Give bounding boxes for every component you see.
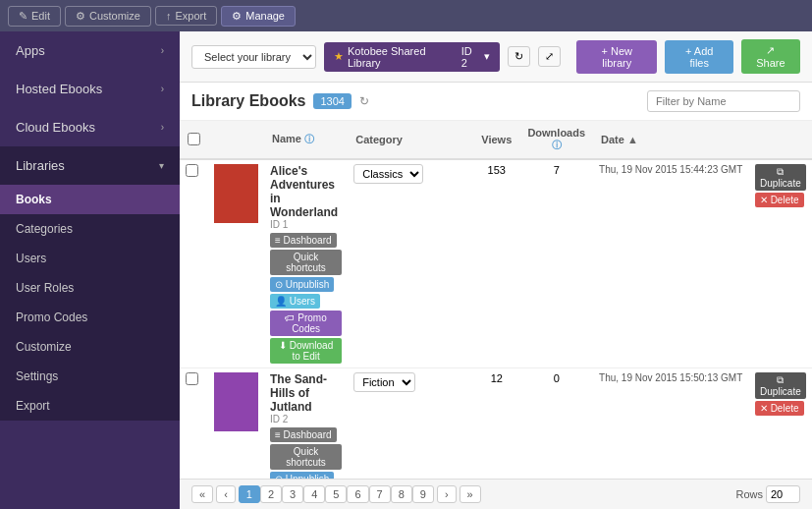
manage-label: Manage	[245, 10, 285, 22]
col-views: Views	[473, 121, 519, 159]
manage-button[interactable]: ⚙ Manage	[221, 6, 296, 27]
pagination-page-3-button[interactable]: 3	[282, 485, 303, 503]
pagination-page-5-button[interactable]: 5	[325, 485, 347, 503]
main-layout: Apps › Hosted Ebooks › Cloud Ebooks › Li…	[0, 31, 812, 509]
sidebar-sub-item-users[interactable]: Users	[0, 244, 180, 273]
date-value: Thu, 19 Nov 2015 15:50:13 GMT	[593, 368, 749, 480]
apps-label: Apps	[16, 43, 45, 58]
category-select[interactable]: Classics	[353, 164, 423, 184]
share-label: Share	[756, 57, 785, 69]
duplicate-button[interactable]: ⧉ Duplicate	[755, 372, 806, 399]
add-files-button[interactable]: + Add files	[665, 40, 732, 74]
sort-arrow-icon: ▲	[627, 134, 638, 145]
dashboard-button[interactable]: ≡ Dashboard	[270, 427, 337, 442]
filter-input[interactable]	[647, 90, 800, 112]
sidebar-sub-item-categories[interactable]: Categories	[0, 214, 180, 244]
book-info: Alice's Adventures in Wonderland ID 1 ≡ …	[270, 164, 342, 364]
pagination-last-button[interactable]: »	[460, 485, 481, 503]
book-id: ID 1	[270, 219, 342, 230]
unpublish-button[interactable]: ⊙ Unpublish	[270, 472, 334, 479]
share-icon: ↗	[766, 44, 775, 56]
library-badge: ★ Kotobee Shared Library ID 2 ▾	[324, 42, 500, 72]
chevron-right-icon: ›	[161, 84, 164, 94]
library-id: ID 2	[461, 45, 480, 69]
delete-button[interactable]: ✕ Delete	[755, 193, 804, 207]
sidebar-item-hosted-ebooks[interactable]: Hosted Ebooks ›	[0, 70, 180, 108]
book-cover	[214, 164, 258, 223]
select-library-dropdown[interactable]: Select your library	[191, 45, 316, 69]
row-checkbox[interactable]	[186, 164, 198, 177]
rows-per-page-input[interactable]	[766, 485, 800, 503]
sidebar-item-libraries[interactable]: Libraries ▾	[0, 146, 180, 185]
sidebar-item-cloud-ebooks[interactable]: Cloud Ebooks ›	[0, 108, 180, 146]
sidebar: Apps › Hosted Ebooks › Cloud Ebooks › Li…	[0, 31, 180, 509]
pagination-bar: « ‹ 123456789 › » Rows	[180, 479, 812, 509]
refresh-count-icon[interactable]: ↻	[359, 94, 369, 108]
downloads-value: 0	[519, 368, 593, 480]
dashboard-button[interactable]: ≡ Dashboard	[270, 233, 337, 248]
delete-button[interactable]: ✕ Delete	[755, 401, 804, 416]
col-downloads: Downloads ⓘ	[519, 121, 593, 159]
chevron-right-icon: ›	[161, 122, 164, 133]
sidebar-sub-item-books[interactable]: Books	[0, 185, 180, 214]
promo-codes-button[interactable]: 🏷 Promo Codes	[270, 311, 342, 336]
quick-shortcuts-button[interactable]: Quick shortcuts	[270, 444, 342, 470]
manage-icon: ⚙	[232, 10, 242, 23]
export-label: Export	[175, 10, 206, 22]
info-icon: ⓘ	[304, 134, 314, 144]
cloud-ebooks-label: Cloud Ebooks	[16, 120, 95, 135]
col-actions	[749, 121, 812, 159]
sidebar-sub-item-customize[interactable]: Customize	[0, 332, 180, 362]
book-title: Alice's Adventures in Wonderland	[270, 164, 342, 219]
chevron-down-icon: ▾	[159, 160, 164, 171]
library-name: Kotobee Shared Library	[348, 45, 458, 69]
select-all-checkbox[interactable]	[188, 133, 200, 145]
pagination-page-9-button[interactable]: 9	[412, 485, 434, 503]
refresh-button[interactable]: ↻	[508, 46, 530, 67]
external-link-button[interactable]: ⤢	[538, 46, 561, 67]
views-value: 12	[473, 368, 519, 480]
pagination-page-2-button[interactable]: 2	[260, 485, 282, 503]
rows-label: Rows	[735, 488, 763, 500]
duplicate-button[interactable]: ⧉ Duplicate	[755, 164, 806, 191]
pagination-first-button[interactable]: «	[191, 485, 213, 503]
users-button[interactable]: 👤 Users	[270, 294, 320, 309]
export-button[interactable]: ↑ Export	[155, 6, 217, 26]
edit-icon: ✎	[19, 10, 27, 23]
unpublish-button[interactable]: ⊙ Unpublish	[270, 277, 334, 292]
pagination-page-1-button[interactable]: 1	[239, 485, 260, 503]
date-value: Thu, 19 Nov 2015 15:44:23 GMT	[593, 159, 749, 368]
sidebar-item-apps[interactable]: Apps ›	[0, 31, 180, 70]
edit-button[interactable]: ✎ Edit	[8, 6, 61, 27]
row-checkbox[interactable]	[186, 372, 198, 385]
pagination-page-4-button[interactable]: 4	[303, 485, 325, 503]
views-value: 153	[473, 159, 519, 368]
book-id: ID 2	[270, 414, 342, 424]
sidebar-sub-item-settings[interactable]: Settings	[0, 362, 180, 391]
pagination-page-8-button[interactable]: 8	[391, 485, 412, 503]
hosted-ebooks-label: Hosted Ebooks	[16, 82, 102, 96]
col-name: Name ⓘ	[264, 121, 348, 159]
pagination-page-6-button[interactable]: 6	[347, 485, 368, 503]
downloads-value: 7	[519, 159, 593, 368]
quick-shortcuts-button[interactable]: Quick shortcuts	[270, 250, 342, 275]
category-select[interactable]: Fiction	[353, 372, 415, 392]
sidebar-sub-item-promo-codes[interactable]: Promo Codes	[0, 303, 180, 332]
table-row: Alice's Adventures in Wonderland ID 1 ≡ …	[180, 159, 812, 368]
sidebar-sub-item-export[interactable]: Export	[0, 391, 180, 421]
pagination-page-7-button[interactable]: 7	[369, 485, 391, 503]
table-row: The Sand-Hills of Jutland ID 2 ≡ Dashboa…	[180, 368, 812, 480]
col-category: Category	[348, 121, 473, 159]
pagination-prev-button[interactable]: ‹	[216, 485, 236, 503]
export-icon: ↑	[166, 10, 172, 22]
sidebar-sub-item-user-roles[interactable]: User Roles	[0, 273, 180, 303]
download-to-edit-button[interactable]: ⬇ Download to Edit	[270, 338, 342, 364]
content-header: Library Ebooks 1304 ↻	[180, 83, 812, 121]
new-library-button[interactable]: + New library	[576, 40, 657, 74]
pagination-next-button[interactable]: ›	[437, 485, 457, 503]
chevron-right-icon: ›	[161, 45, 164, 56]
customize-icon: ⚙	[76, 10, 85, 23]
customize-button[interactable]: ⚙ Customize	[65, 6, 151, 27]
share-button[interactable]: ↗ Share	[741, 39, 800, 74]
customize-label: Customize	[89, 10, 140, 22]
